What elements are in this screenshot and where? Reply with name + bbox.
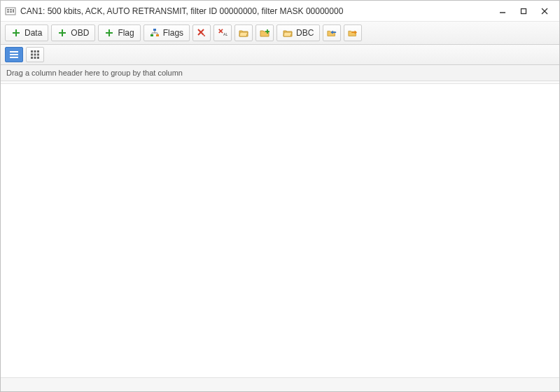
add-data-button[interactable]: Data — [5, 24, 48, 41]
svg-rect-7 — [522, 8, 526, 13]
plus-icon — [11, 28, 21, 38]
flags-button[interactable]: Flags — [144, 24, 190, 41]
folder-open-icon — [239, 28, 248, 38]
list-view-button[interactable] — [5, 47, 23, 62]
import-folder-button[interactable] — [255, 24, 274, 41]
svg-rect-1 — [7, 9, 9, 10]
svg-rect-39 — [37, 54, 39, 56]
svg-rect-16 — [153, 29, 156, 31]
grid-body[interactable] — [1, 84, 559, 377]
delete-all-icon: ALL — [218, 28, 227, 38]
title-bar: CAN1: 500 kbits, ACK, AUTO RETRANSMIT, f… — [1, 1, 559, 22]
svg-rect-36 — [37, 50, 39, 52]
plus-icon — [57, 28, 67, 38]
delete-all-button[interactable]: ALL — [214, 24, 232, 41]
svg-rect-34 — [31, 50, 33, 52]
window-title: CAN1: 500 kbits, ACK, AUTO RETRANSMIT, f… — [20, 6, 492, 16]
svg-rect-3 — [7, 11, 9, 13]
folder-plus-icon — [260, 28, 270, 38]
open-folder-button[interactable] — [234, 24, 253, 41]
close-button[interactable] — [534, 4, 555, 18]
svg-rect-38 — [34, 54, 36, 56]
main-toolbar: Data OBD Flag Flags — [1, 22, 559, 45]
svg-rect-42 — [37, 57, 39, 59]
add-data-label: Data — [24, 28, 42, 38]
svg-point-25 — [204, 35, 205, 36]
window-controls — [492, 4, 555, 18]
svg-rect-41 — [34, 57, 36, 59]
open-dbc-button[interactable]: DBC — [276, 24, 320, 41]
svg-rect-2 — [10, 9, 12, 10]
svg-rect-4 — [10, 11, 12, 13]
svg-rect-31 — [10, 51, 18, 52]
minimize-button[interactable] — [492, 4, 513, 18]
svg-rect-37 — [31, 54, 33, 56]
add-flag-label: Flag — [118, 28, 134, 38]
maximize-button[interactable] — [513, 4, 534, 18]
import-button[interactable] — [323, 24, 341, 41]
export-button[interactable] — [344, 24, 362, 41]
grid-view-button[interactable] — [26, 47, 44, 62]
list-view-icon — [9, 50, 19, 59]
folder-arrow-in-icon — [327, 28, 337, 38]
svg-rect-17 — [150, 34, 153, 36]
svg-rect-40 — [31, 57, 33, 59]
svg-text:ALL: ALL — [223, 32, 227, 36]
folder-arrow-out-icon — [348, 28, 358, 38]
add-obd-button[interactable]: OBD — [51, 24, 95, 41]
dbc-label: DBC — [296, 28, 314, 38]
delete-x-icon — [197, 28, 206, 38]
flags-label: Flags — [163, 28, 183, 38]
svg-rect-35 — [34, 50, 36, 52]
group-by-prompt: Drag a column header here to group by th… — [6, 69, 183, 77]
view-toolbar — [1, 45, 559, 65]
status-bar — [1, 377, 559, 391]
grid-view-icon — [30, 50, 40, 59]
plus-icon — [104, 28, 114, 38]
add-flag-button[interactable]: Flag — [98, 24, 140, 41]
application-window: CAN1: 500 kbits, ACK, AUTO RETRANSMIT, f… — [0, 0, 560, 392]
group-by-panel[interactable]: Drag a column header here to group by th… — [1, 65, 559, 81]
app-icon — [5, 6, 16, 17]
folder-open-icon — [283, 28, 293, 38]
svg-rect-18 — [156, 34, 159, 36]
svg-rect-5 — [13, 9, 14, 13]
svg-rect-32 — [10, 54, 18, 55]
hierarchy-icon — [150, 28, 160, 38]
svg-rect-33 — [10, 57, 18, 58]
delete-button[interactable] — [192, 24, 211, 41]
add-obd-label: OBD — [71, 28, 89, 38]
